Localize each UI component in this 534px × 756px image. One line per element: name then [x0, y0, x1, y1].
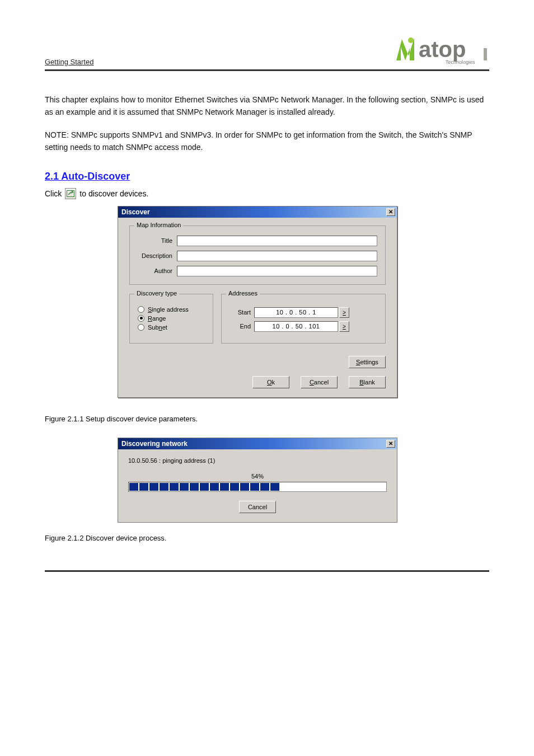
- radio-range[interactable]: Range: [138, 315, 205, 322]
- discover-title: Discover: [121, 208, 150, 216]
- description-label: Description: [138, 252, 177, 259]
- discovering-title: Discovering network: [121, 440, 188, 448]
- close-icon[interactable]: ✕: [386, 440, 395, 448]
- description-input[interactable]: [177, 251, 377, 261]
- header-left-text: Getting Started: [45, 58, 93, 66]
- radio-single-address[interactable]: Single address: [138, 306, 205, 313]
- svg-point-0: [408, 37, 414, 43]
- radio-subnet[interactable]: Subnet: [138, 324, 205, 331]
- cancel-button[interactable]: Cancel: [301, 376, 338, 388]
- author-input[interactable]: [177, 266, 377, 276]
- start-ip-input[interactable]: 10 . 0 . 50 . 1: [254, 307, 338, 318]
- end-label: End: [229, 323, 254, 330]
- discovery-type-legend: Discovery type: [134, 290, 179, 297]
- intro-paragraph-1: This chapter explains how to monitor Eth…: [45, 93, 489, 119]
- figure-caption-1: Figure 2.1.1 Setup discover device param…: [45, 415, 489, 423]
- section-heading: 2.1 Auto-Discover: [45, 171, 489, 182]
- footer-rule: [45, 570, 489, 572]
- discovery-type-group: Discovery type Single address Range Subn…: [129, 294, 213, 344]
- logo-text-sub: Technologies: [446, 59, 475, 65]
- radio-icon: [138, 306, 144, 313]
- ok-button[interactable]: Ok: [252, 376, 289, 388]
- title-label: Title: [138, 237, 177, 244]
- close-icon[interactable]: ✕: [386, 208, 395, 216]
- blank-button[interactable]: Blank: [349, 376, 386, 388]
- discover-toolbar-icon[interactable]: [65, 188, 76, 199]
- map-info-legend: Map Information: [134, 222, 183, 228]
- end-ip-input[interactable]: 10 . 0 . 50 . 101: [254, 321, 338, 332]
- settings-button[interactable]: Settings: [349, 356, 386, 368]
- figure-caption-2: Figure 2.1.2 Discover device process.: [45, 534, 489, 542]
- discover-dialog: Discover ✕ Map Information Title Descrip…: [118, 206, 397, 398]
- progress-percent: 54%: [128, 473, 387, 480]
- progress-cancel-button[interactable]: Cancel: [239, 501, 276, 513]
- addresses-legend: Addresses: [226, 290, 260, 297]
- step1-prefix: Click: [45, 189, 62, 198]
- addresses-group: Addresses Start 10 . 0 . 50 . 1 > End 10…: [221, 294, 386, 344]
- radio-icon: [138, 324, 144, 331]
- logo-text-main: atop: [419, 37, 466, 62]
- step-1: Click to discover devices.: [45, 188, 489, 199]
- start-label: Start: [229, 309, 254, 316]
- svg-rect-1: [484, 48, 487, 60]
- discovering-titlebar: Discovering network ✕: [118, 438, 397, 449]
- logo: atop Technologies: [394, 34, 489, 66]
- start-ip-arrow-button[interactable]: >: [339, 307, 349, 318]
- radio-icon: [138, 315, 144, 322]
- progress-status-text: 10.0.50.56 : pinging address (1): [128, 457, 387, 464]
- step1-suffix: to discover devices.: [79, 189, 148, 198]
- progress-bar: [128, 482, 387, 492]
- discovering-dialog: Discovering network ✕ 10.0.50.56 : pingi…: [118, 438, 397, 523]
- title-input[interactable]: [177, 236, 377, 246]
- discover-titlebar: Discover ✕: [118, 206, 397, 218]
- author-label: Author: [138, 267, 177, 274]
- end-ip-arrow-button[interactable]: >: [339, 321, 349, 332]
- map-info-group: Map Information Title Description Author: [129, 226, 386, 285]
- intro-paragraph-2: NOTE: SNMPc supports SNMPv1 and SNMPv3. …: [45, 129, 489, 154]
- header-rule: [45, 69, 489, 71]
